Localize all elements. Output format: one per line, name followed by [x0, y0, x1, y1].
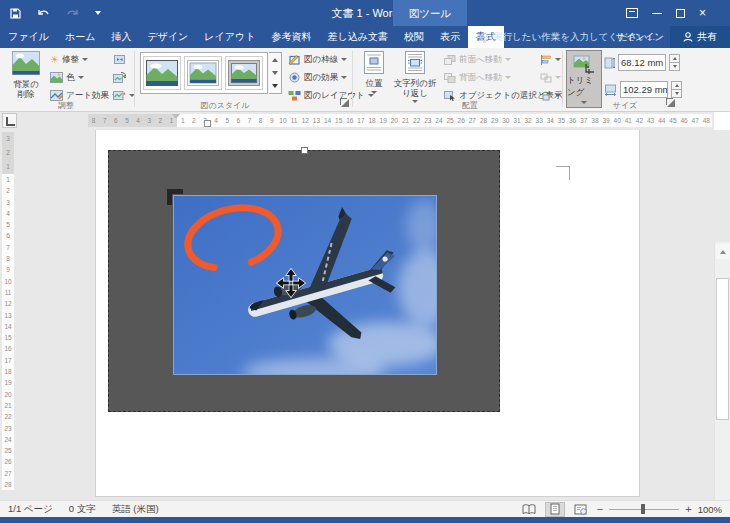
picture-style-simple-frame[interactable]	[143, 56, 181, 90]
chevron-down-icon	[341, 76, 347, 79]
picture-styles-gallery[interactable]	[140, 52, 268, 94]
scroll-up-icon[interactable]	[716, 244, 730, 259]
page-indicator[interactable]: 1/1 ページ	[0, 503, 61, 516]
picture-effects-button[interactable]: 図の効果	[288, 70, 347, 85]
ruler-number: 2	[155, 117, 166, 124]
crop-mask-region[interactable]	[108, 150, 500, 412]
tab-design[interactable]: デザイン	[139, 26, 196, 48]
scrollbar-thumb[interactable]	[716, 278, 729, 420]
picture-layout-label: 図のレイアウト	[304, 90, 365, 102]
group-separator	[562, 51, 563, 107]
picture-styles-dialog-launcher[interactable]	[340, 98, 349, 107]
close-icon[interactable]: ×	[699, 7, 706, 19]
chevron-down-icon	[555, 58, 561, 61]
ruler-number: 10	[4, 276, 11, 287]
maximize-icon[interactable]	[676, 9, 685, 18]
print-layout-icon	[549, 503, 561, 515]
height-icon	[604, 56, 615, 70]
compress-pictures-icon	[113, 54, 126, 65]
vertical-scrollbar[interactable]	[714, 242, 730, 523]
tab-references[interactable]: 参考資料	[264, 26, 320, 48]
web-layout-button[interactable]	[571, 502, 591, 517]
change-picture-icon	[113, 72, 126, 83]
ruler-number: 1	[6, 160, 10, 174]
color-label: 色	[66, 72, 75, 84]
send-backward-icon	[444, 73, 456, 83]
adjust-group-label: 調整	[26, 100, 106, 111]
wrap-text-button[interactable]: 文字列の折り返し	[392, 51, 438, 103]
tab-stop-selector[interactable]	[2, 113, 17, 128]
change-picture-button[interactable]	[113, 70, 126, 85]
resize-handle-top[interactable]	[301, 147, 308, 154]
zoom-out-button[interactable]: −	[597, 504, 603, 515]
sign-in-button[interactable]: サインイン	[615, 26, 664, 48]
size-dialog-launcher[interactable]	[666, 98, 675, 107]
ruler-number: 13	[311, 117, 322, 124]
rotate-objects-button[interactable]	[540, 88, 561, 103]
color-button[interactable]: 色	[50, 70, 84, 85]
corrections-button[interactable]: ☀ 修整	[50, 52, 88, 67]
language-indicator[interactable]: 英語 (米国)	[104, 503, 167, 516]
ruler-number: 11	[289, 117, 300, 124]
gallery-scroll-controls[interactable]	[269, 52, 282, 94]
remove-background-button[interactable]: 背景の削除	[6, 51, 46, 99]
share-button[interactable]: 共有	[670, 26, 730, 48]
print-layout-button[interactable]	[545, 502, 565, 517]
position-button[interactable]: 位置	[360, 51, 388, 94]
shape-height-input[interactable]: 68.12 mm	[618, 54, 666, 71]
tab-review[interactable]: 校閲	[396, 26, 432, 48]
read-mode-button[interactable]	[519, 502, 539, 517]
picture-effects-label: 図の効果	[304, 72, 338, 84]
selected-picture[interactable]	[173, 195, 437, 375]
tab-view[interactable]: 表示	[432, 26, 468, 48]
picture-style-white-frame[interactable]	[184, 56, 222, 90]
title-bar: 文書 1 - Word 図ツール ×	[0, 0, 730, 26]
ribbon-display-options-icon[interactable]	[626, 8, 638, 18]
height-spinner[interactable]	[669, 54, 680, 71]
size-group-label: サイズ	[590, 100, 660, 111]
group-objects-button	[540, 70, 561, 85]
tab-home[interactable]: ホーム	[57, 26, 103, 48]
picture-border-button[interactable]: 図の枠線	[288, 52, 347, 67]
ruler-number: 46	[678, 117, 689, 124]
shape-width-input[interactable]: 102.29 mm	[620, 81, 668, 98]
zoom-slider[interactable]	[609, 509, 679, 510]
read-mode-icon	[522, 504, 536, 515]
first-line-indent-marker[interactable]	[172, 114, 180, 119]
width-spinner[interactable]	[671, 81, 682, 98]
ruler-number: 37	[578, 117, 589, 124]
ruler-number: 21	[4, 400, 11, 411]
ruler-number: 5	[121, 117, 132, 124]
window-controls: ×	[626, 0, 706, 26]
reset-picture-button[interactable]	[113, 88, 135, 103]
ruler-number: 28	[478, 117, 489, 124]
color-picture-icon	[50, 72, 63, 83]
indent-marker[interactable]	[204, 120, 211, 127]
gallery-more-icon[interactable]	[272, 84, 278, 88]
zoom-level[interactable]: 100%	[698, 504, 722, 515]
picture-border-icon	[288, 54, 301, 65]
tab-layout[interactable]: レイアウト	[196, 26, 263, 48]
picture-style-metal-frame[interactable]	[225, 56, 263, 90]
tab-insert[interactable]: 挿入	[103, 26, 139, 48]
tab-file[interactable]: ファイル	[0, 26, 57, 48]
reset-picture-icon	[113, 90, 126, 101]
align-objects-button[interactable]	[540, 52, 561, 67]
zoom-in-button[interactable]: +	[685, 504, 691, 515]
word-count[interactable]: 0 文字	[61, 503, 104, 516]
ruler-number: 5	[222, 117, 233, 124]
minimize-icon[interactable]	[652, 13, 662, 14]
remove-background-label: 背景の削除	[9, 80, 43, 100]
window-title: 文書 1 - Word	[0, 0, 730, 26]
compress-pictures-button[interactable]	[113, 52, 126, 67]
rotate-icon	[540, 91, 552, 101]
gallery-down-icon[interactable]	[272, 71, 278, 75]
zoom-slider-thumb[interactable]	[641, 504, 645, 514]
gallery-up-icon[interactable]	[272, 58, 278, 62]
arrange-group-label: 配置	[430, 100, 510, 111]
ruler-number: 14	[4, 321, 11, 332]
remove-background-icon	[12, 51, 40, 78]
ruler-number: 6	[233, 117, 244, 124]
tab-mailings[interactable]: 差し込み文書	[320, 26, 396, 48]
ruler-number: 44	[656, 117, 667, 124]
